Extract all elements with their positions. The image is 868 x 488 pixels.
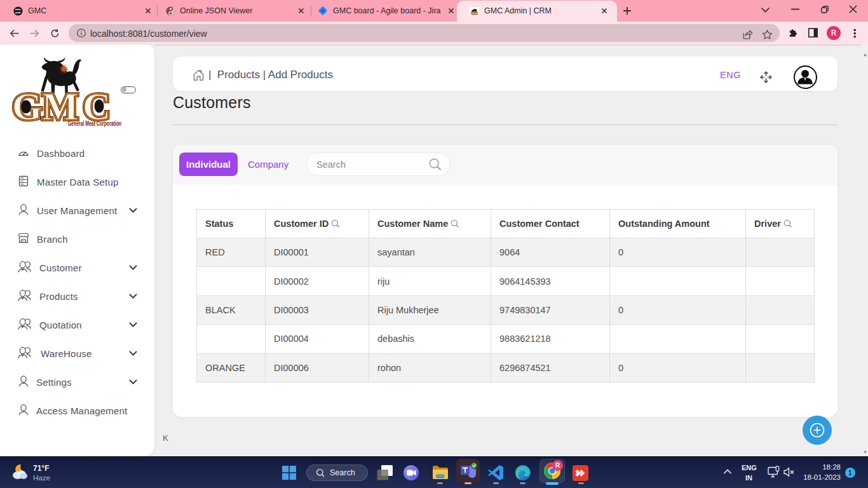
svg-text:General Meat Corporation: General Meat Corporation <box>68 120 121 127</box>
